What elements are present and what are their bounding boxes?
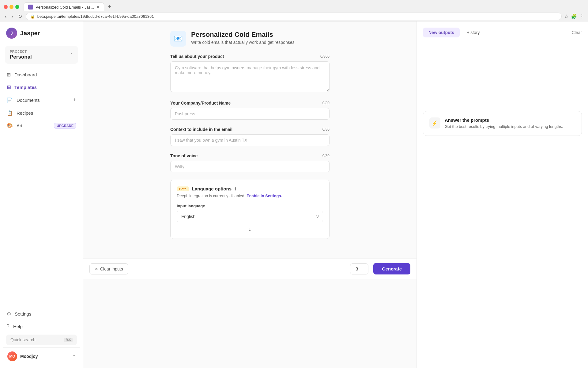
sidebar-item-documents[interactable]: 📄 Documents + xyxy=(3,94,80,106)
sidebar-bottom: ⚙ Settings ? Help Quick search ⌘K MO Moo… xyxy=(0,305,83,368)
templates-icon: ⊞ xyxy=(7,84,11,90)
bottom-bar: ✕ Clear inputs Generate xyxy=(83,259,417,279)
url-bar[interactable]: 🔒 beta.jasper.ai/templates/19dfddcd-d7ca… xyxy=(26,13,562,20)
recipes-icon: 📋 xyxy=(7,110,13,116)
new-tab-button[interactable]: + xyxy=(105,3,114,11)
sidebar: J Jasper PROJECT Personal ⌃ ⊞ Dashboard … xyxy=(0,21,83,368)
dashboard-icon: ⊞ xyxy=(7,72,11,78)
tone-count: 0/80 xyxy=(322,154,330,158)
reload-button[interactable]: ↻ xyxy=(17,13,23,20)
forward-button[interactable]: › xyxy=(10,13,14,20)
quick-search-text: Quick search xyxy=(10,337,36,342)
language-select-wrapper: English Spanish French German Italian Po… xyxy=(177,211,323,222)
quick-search-bar[interactable]: Quick search ⌘K xyxy=(6,335,77,345)
project-info: PROJECT Personal xyxy=(10,50,32,60)
clear-inputs-button[interactable]: ✕ Clear inputs xyxy=(89,263,128,274)
tab-bar: Personalized Cold Emails - Jas... ✕ + xyxy=(0,0,588,11)
tab-favicon xyxy=(28,5,33,10)
field-header: Context to include in the email 0/80 xyxy=(170,127,330,132)
logo-text: Jasper xyxy=(20,30,40,37)
prompt-card-title: Answer the prompts xyxy=(445,117,563,123)
app-layout: J Jasper PROJECT Personal ⌃ ⊞ Dashboard … xyxy=(0,21,588,368)
output-tabs: New outputs History Clear xyxy=(423,28,582,37)
sidebar-item-label: Dashboard xyxy=(14,72,76,77)
context-field: Context to include in the email 0/80 xyxy=(170,127,330,146)
browser-tab[interactable]: Personalized Cold Emails - Jas... ✕ xyxy=(24,2,104,11)
sidebar-item-help[interactable]: ? Help xyxy=(3,320,80,332)
art-icon: 🎨 xyxy=(7,123,13,128)
language-box-header: Beta Language options ℹ xyxy=(177,186,323,191)
upgrade-badge[interactable]: UPGRADE xyxy=(54,123,76,128)
sidebar-item-art[interactable]: 🎨 Art UPGRADE xyxy=(3,120,80,132)
field-header: Tone of voice 0/80 xyxy=(170,153,330,158)
minimize-button[interactable] xyxy=(9,5,13,9)
form-area: 📧 Personalized Cold Emails Write cold em… xyxy=(164,21,336,259)
window-controls xyxy=(4,5,19,9)
extensions-button[interactable]: 🧩 xyxy=(571,13,577,19)
logo-icon: J xyxy=(6,28,17,39)
template-info: Personalized Cold Emails Write cold emai… xyxy=(191,31,296,45)
browser-chrome: Personalized Cold Emails - Jas... ✕ + ‹ … xyxy=(0,0,588,21)
address-bar: ‹ › ↻ 🔒 beta.jasper.ai/templates/19dfddc… xyxy=(0,11,588,21)
prompt-card-content: Answer the prompts Get the best results … xyxy=(445,117,563,129)
sidebar-item-recipes[interactable]: 📋 Recipes xyxy=(3,107,80,119)
main-content: 📧 Personalized Cold Emails Write cold em… xyxy=(83,21,417,368)
tab-history[interactable]: History xyxy=(461,28,485,37)
sidebar-item-templates[interactable]: ⊞ Templates xyxy=(3,81,80,93)
context-label: Context to include in the email xyxy=(170,127,232,132)
sidebar-item-dashboard[interactable]: ⊞ Dashboard xyxy=(3,69,80,81)
clear-icon: ✕ xyxy=(95,266,98,271)
project-selector[interactable]: PROJECT Personal ⌃ xyxy=(5,46,78,64)
language-options-title: Language options xyxy=(192,186,232,191)
lock-icon: 🔒 xyxy=(30,14,35,19)
quick-search-shortcut: ⌘K xyxy=(64,338,73,342)
field-header: Tell us about your product 0/800 xyxy=(170,54,330,59)
template-title: Personalized Cold Emails xyxy=(191,31,296,39)
user-name: Moodjoy xyxy=(20,354,70,359)
tab-close-button[interactable]: ✕ xyxy=(96,5,100,9)
input-language-label: Input language xyxy=(177,204,323,208)
close-button[interactable] xyxy=(4,5,8,9)
beta-badge: Beta xyxy=(177,186,189,191)
generate-button[interactable]: Generate xyxy=(373,263,410,274)
context-count: 0/80 xyxy=(322,127,330,132)
product-description-field: Tell us about your product 0/800 xyxy=(170,54,330,93)
info-icon[interactable]: ℹ xyxy=(235,186,236,191)
language-options-box: Beta Language options ℹ DeepL integratio… xyxy=(170,180,330,239)
sidebar-item-settings[interactable]: ⚙ Settings xyxy=(3,308,80,320)
enable-settings-link[interactable]: Enable in Settings. xyxy=(247,194,282,198)
user-chevron-icon: ⌃ xyxy=(73,354,76,358)
bookmark-button[interactable]: ☆ xyxy=(564,13,568,19)
company-name-count: 0/80 xyxy=(322,101,330,105)
help-icon: ? xyxy=(7,324,9,329)
maximize-button[interactable] xyxy=(15,5,19,9)
product-description-count: 0/800 xyxy=(320,54,330,59)
output-count-input[interactable] xyxy=(350,263,368,274)
clear-outputs-link[interactable]: Clear xyxy=(572,30,582,35)
template-header: 📧 Personalized Cold Emails Write cold em… xyxy=(170,21,330,54)
bolt-icon: ⚡ xyxy=(429,117,440,128)
user-profile[interactable]: MO Moodjoy ⌃ xyxy=(3,347,80,365)
menu-button[interactable]: ⋮ xyxy=(579,13,584,19)
tone-field: Tone of voice 0/80 xyxy=(170,153,330,172)
settings-icon: ⚙ xyxy=(7,311,11,317)
back-button[interactable]: ‹ xyxy=(4,13,8,20)
documents-icon: 📄 xyxy=(7,97,13,103)
help-label: Help xyxy=(13,324,23,329)
arrow-down-icon: ↓ xyxy=(177,222,323,232)
tab-new-outputs[interactable]: New outputs xyxy=(423,28,460,37)
add-document-icon[interactable]: + xyxy=(73,97,76,103)
sidebar-item-label: Templates xyxy=(14,85,76,90)
language-note: DeepL integration is currently disabled.… xyxy=(177,193,323,199)
company-name-input[interactable] xyxy=(170,108,330,120)
language-select[interactable]: English Spanish French German Italian Po… xyxy=(177,211,323,222)
tone-input[interactable] xyxy=(170,161,330,172)
tab-title: Personalized Cold Emails - Jas... xyxy=(36,5,94,10)
sidebar-item-label: Documents xyxy=(17,98,69,103)
project-label: PROJECT xyxy=(10,50,32,53)
tone-label: Tone of voice xyxy=(170,153,198,158)
context-input[interactable] xyxy=(170,134,330,146)
product-description-input[interactable] xyxy=(170,61,330,92)
logo-area: J Jasper xyxy=(0,21,83,44)
sidebar-item-label: Art xyxy=(17,123,50,128)
